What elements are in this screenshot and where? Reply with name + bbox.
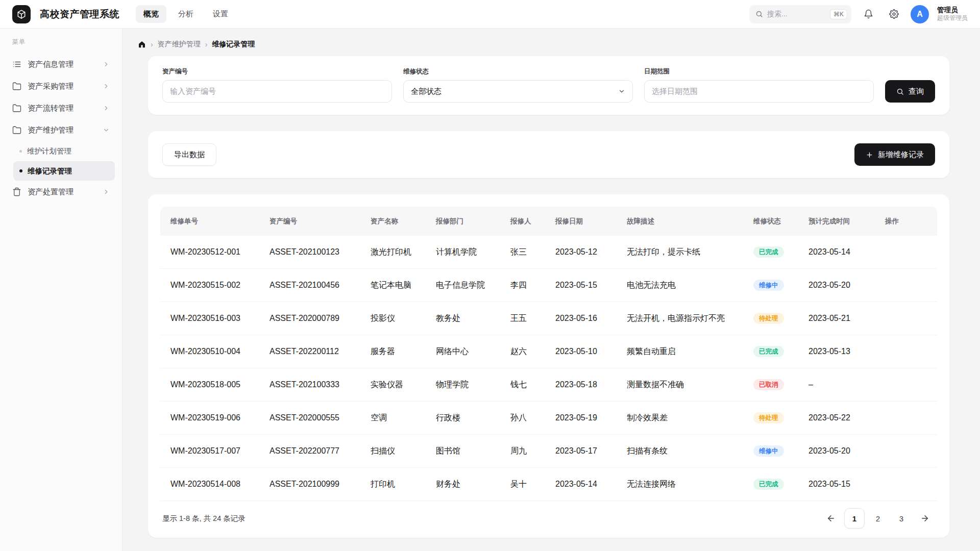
table-row[interactable]: WM-20230516-003 ASSET-202000789 投影仪 教务处 … [160,302,937,335]
column-header: 维修状态 [745,217,800,226]
bullet-dot-icon [19,169,22,172]
cell-id: WM-20230514-008 [160,480,261,489]
status-badge: 维修中 [753,280,784,291]
cell-asset-name: 空调 [362,413,428,423]
breadcrumb-item[interactable]: 维修记录管理 [212,40,255,49]
table-row[interactable]: WM-20230510-004 ASSET-202200112 服务器 网络中心… [160,335,937,368]
sidebar-item[interactable]: 资产采购管理 [7,76,115,97]
status-select[interactable]: 全部状态 [403,80,633,103]
cell-id: WM-20230512-001 [160,247,261,257]
table-row[interactable]: WM-20230518-005 ASSET-202100333 实验仪器 物理学… [160,368,937,402]
date-range-field: 日期范围 选择日期范围 [644,67,874,103]
sidebar-item[interactable]: 资产流转管理 [7,97,115,119]
status-badge: 待处理 [753,412,784,424]
cell-status: 已完成 [745,246,800,258]
sidebar-item-label: 资产信息管理 [28,60,96,69]
cell-status: 已取消 [745,379,800,391]
table-row[interactable]: WM-20230512-001 ASSET-202100123 激光打印机 计算… [160,236,937,269]
cell-reporter: 钱七 [502,380,547,390]
top-nav-item[interactable]: 概览 [136,5,166,23]
top-nav-item[interactable]: 分析 [170,5,201,23]
breadcrumb: ›资产维护管理›维修记录管理 [122,29,980,49]
sidebar-subitem[interactable]: 维修记录管理 [13,161,115,181]
add-record-label: 新增维修记录 [878,150,924,160]
status-badge: 已完成 [753,479,784,490]
add-record-button[interactable]: 新增维修记录 [854,143,935,166]
sidebar-item[interactable]: 资产维护管理 [7,119,115,141]
cell-asset-name: 实验仪器 [362,380,428,390]
search-placeholder: 搜索... [767,10,826,19]
page-button[interactable]: 2 [868,508,888,529]
cell-eta: 2023-05-22 [800,413,877,422]
sidebar-item[interactable]: 资产信息管理 [7,54,115,75]
cell-issue: 扫描有条纹 [619,446,745,457]
table-row[interactable]: WM-20230514-008 ASSET-202100999 打印机 财务处 … [160,468,937,501]
search-input[interactable]: 搜索... ⌘K [749,5,851,23]
cell-id: WM-20230510-004 [160,347,261,356]
cell-status: 待处理 [745,313,800,324]
page-button[interactable]: 3 [891,508,912,529]
cell-status: 维修中 [745,280,800,291]
search-icon [896,88,904,95]
top-nav-item[interactable]: 设置 [205,5,236,23]
breadcrumb-item[interactable]: 资产维护管理 [158,40,201,49]
cell-status: 已完成 [745,479,800,490]
column-header: 报修部门 [428,217,502,226]
pagination: 123 [821,508,935,529]
table-row[interactable]: WM-20230515-002 ASSET-202100456 笔记本电脑 电子… [160,269,937,302]
column-header: 预计完成时间 [800,217,877,226]
settings-button[interactable] [885,6,902,23]
folder-icon [12,126,21,135]
sidebar-item[interactable]: 资产处置管理 [7,181,115,203]
date-range-label: 日期范围 [644,67,874,76]
folder-icon [12,82,21,91]
avatar[interactable]: A [911,5,929,23]
cell-report-date: 2023-05-16 [547,314,619,323]
cell-asset-code: ASSET-202000789 [261,314,362,323]
table-row[interactable]: WM-20230519-006 ASSET-202000555 空调 行政楼 孙… [160,402,937,435]
cell-eta: 2023-05-21 [800,314,877,323]
chevron-right-icon [103,188,110,195]
date-range-input[interactable]: 选择日期范围 [644,80,874,103]
cell-reporter: 孙八 [502,413,547,423]
cell-report-date: 2023-05-17 [547,446,619,456]
cell-issue: 电池无法充电 [619,280,745,291]
status-badge: 已完成 [753,346,784,358]
toolbar-card: 导出数据 新增维修记录 [148,131,949,178]
date-range-placeholder: 选择日期范围 [652,87,698,96]
arrow-right-icon [920,514,929,523]
cell-department: 物理学院 [428,380,502,390]
query-button-label: 查询 [909,87,924,96]
cell-asset-code: ASSET-202000555 [261,413,362,422]
table-row[interactable]: WM-20230517-007 ASSET-202200777 扫描仪 图书馆 … [160,435,937,468]
cell-report-date: 2023-05-10 [547,347,619,356]
prev-page-button[interactable] [821,508,841,529]
status-badge: 已完成 [753,246,784,258]
cell-issue: 无法打印，提示卡纸 [619,247,745,258]
next-page-button[interactable] [915,508,935,529]
user-role: 超级管理员 [937,14,968,22]
cube-icon [16,9,27,19]
cell-report-date: 2023-05-19 [547,413,619,422]
chevron-right-icon [103,105,110,112]
query-button[interactable]: 查询 [885,80,935,103]
cell-reporter: 王五 [502,313,547,324]
cell-report-date: 2023-05-18 [547,380,619,389]
asset-code-input[interactable]: 输入资产编号 [162,80,392,103]
home-icon[interactable] [138,40,146,48]
sidebar-menu: 资产信息管理 资产采购管理 资产流转管理 资产维护管理 维护计划管理 维修记录管… [7,54,115,203]
search-icon [755,10,763,18]
cell-department: 图书馆 [428,446,502,457]
notifications-button[interactable] [860,6,877,23]
column-header: 资产编号 [261,217,362,226]
asset-code-field: 资产编号 输入资产编号 [162,67,392,103]
cell-asset-code: ASSET-202200777 [261,446,362,456]
sidebar-subitem[interactable]: 维护计划管理 [13,141,115,161]
cell-reporter: 张三 [502,247,547,258]
trash-icon [12,187,21,196]
arrow-left-icon [826,514,836,523]
page-button[interactable]: 1 [844,508,865,529]
export-button[interactable]: 导出数据 [162,143,216,166]
keyboard-shortcut-badge: ⌘K [830,9,847,19]
status-label: 维修状态 [403,67,633,76]
